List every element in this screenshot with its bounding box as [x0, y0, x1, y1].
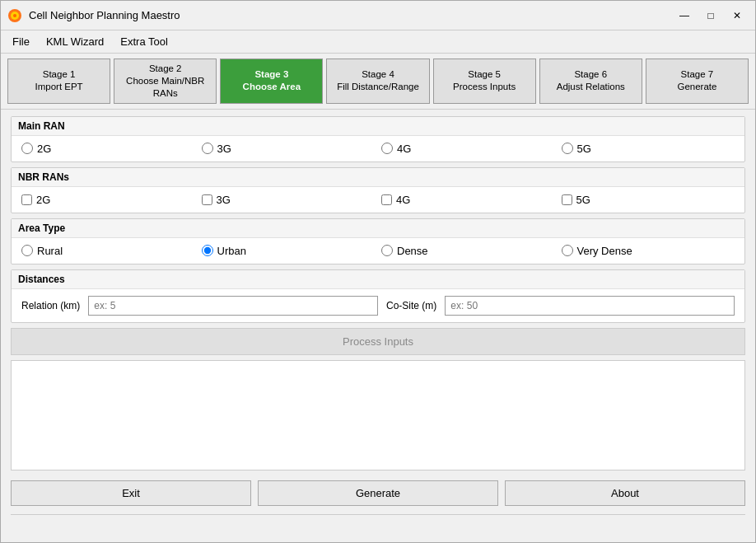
- exit-button[interactable]: Exit: [11, 480, 251, 506]
- relation-input[interactable]: [88, 296, 378, 316]
- nbr-ran-3g[interactable]: 3G: [202, 194, 376, 206]
- area-urban-radio[interactable]: [202, 245, 213, 256]
- area-rural-label: Rural: [37, 245, 63, 257]
- menu-extra-tool[interactable]: Extra Tool: [112, 33, 176, 50]
- main-ran-3g-label: 3G: [217, 143, 231, 155]
- nbr-rans-header: NBR RANs: [12, 168, 744, 187]
- app-icon: [7, 8, 22, 23]
- area-rural[interactable]: Rural: [21, 245, 195, 257]
- nbr-ran-2g-checkbox[interactable]: [21, 194, 32, 205]
- main-ran-4g[interactable]: 4G: [381, 143, 555, 155]
- process-inputs-button[interactable]: Process Inputs: [11, 328, 745, 355]
- area-urban[interactable]: Urban: [202, 245, 376, 257]
- main-ran-section: Main RAN 2G 3G 4G 5G: [11, 116, 745, 162]
- nbr-ran-3g-label: 3G: [217, 194, 231, 206]
- window-controls: — □ ✕: [673, 7, 749, 25]
- relation-label: Relation (km): [21, 300, 80, 311]
- area-rural-radio[interactable]: [21, 245, 33, 256]
- area-type-header: Area Type: [12, 219, 744, 238]
- about-button[interactable]: About: [505, 480, 745, 506]
- main-ran-header: Main RAN: [12, 117, 744, 136]
- main-ran-3g[interactable]: 3G: [202, 143, 376, 155]
- area-dense-radio[interactable]: [381, 245, 393, 256]
- menu-kml-wizard[interactable]: KML Wizard: [38, 33, 112, 50]
- svg-point-2: [13, 14, 16, 17]
- nbr-ran-2g-label: 2G: [36, 194, 50, 206]
- menu-file[interactable]: File: [4, 33, 38, 50]
- main-ran-5g[interactable]: 5G: [562, 143, 735, 155]
- nbr-ran-4g[interactable]: 4G: [381, 194, 555, 206]
- main-ran-2g-radio[interactable]: [21, 143, 33, 154]
- area-very-dense-radio[interactable]: [562, 245, 573, 256]
- main-ran-3g-radio[interactable]: [202, 143, 213, 154]
- bottom-buttons: Exit Generate About: [11, 475, 745, 509]
- output-area: [11, 360, 745, 470]
- area-very-dense[interactable]: Very Dense: [562, 245, 735, 257]
- cosite-input[interactable]: [445, 296, 735, 316]
- close-button[interactable]: ✕: [726, 7, 749, 25]
- area-type-body: Rural Urban Dense Very Dense: [12, 238, 744, 264]
- window-title: Cell Neighbor Planning Maestro: [29, 9, 673, 21]
- nbr-rans-section: NBR RANs 2G 3G 4G 5G: [11, 167, 745, 213]
- stages-bar: Stage 1 Import EPT Stage 2 Choose Main/N…: [1, 54, 755, 110]
- stage-4-button[interactable]: Stage 4 Fill Distance/Range: [326, 59, 429, 104]
- main-ran-5g-radio[interactable]: [562, 143, 573, 154]
- main-ran-4g-radio[interactable]: [381, 143, 393, 154]
- nbr-rans-body: 2G 3G 4G 5G: [12, 187, 744, 213]
- area-dense-label: Dense: [397, 245, 428, 257]
- stage-3-button[interactable]: Stage 3 Choose Area: [220, 59, 323, 104]
- main-ran-5g-label: 5G: [577, 143, 591, 155]
- stage-6-button[interactable]: Stage 6 Adjust Relations: [539, 59, 642, 104]
- main-window: Cell Neighbor Planning Maestro — □ ✕ Fil…: [0, 0, 756, 543]
- stage-2-button[interactable]: Stage 2 Choose Main/NBR RANs: [114, 59, 217, 104]
- main-content: Main RAN 2G 3G 4G 5G: [1, 110, 755, 542]
- nbr-ran-2g[interactable]: 2G: [21, 194, 195, 206]
- nbr-ran-5g[interactable]: 5G: [562, 194, 735, 206]
- nbr-ran-4g-checkbox[interactable]: [381, 194, 392, 205]
- generate-button[interactable]: Generate: [258, 480, 498, 506]
- main-ran-body: 2G 3G 4G 5G: [12, 136, 744, 161]
- stage-7-button[interactable]: Stage 7 Generate: [646, 59, 749, 104]
- nbr-ran-5g-label: 5G: [576, 194, 590, 206]
- title-bar: Cell Neighbor Planning Maestro — □ ✕: [1, 1, 755, 30]
- distances-body: Relation (km) Co-Site (m): [12, 289, 744, 322]
- distances-header: Distances: [12, 270, 744, 289]
- stage-5-button[interactable]: Stage 5 Process Inputs: [433, 59, 536, 104]
- stage-1-button[interactable]: Stage 1 Import EPT: [7, 59, 110, 104]
- maximize-button[interactable]: □: [699, 7, 722, 25]
- area-dense[interactable]: Dense: [381, 245, 555, 257]
- main-ran-2g-label: 2G: [37, 143, 51, 155]
- area-urban-label: Urban: [217, 245, 246, 257]
- main-ran-2g[interactable]: 2G: [21, 143, 195, 155]
- main-ran-4g-label: 4G: [397, 143, 411, 155]
- menu-bar: File KML Wizard Extra Tool: [1, 30, 755, 54]
- area-type-section: Area Type Rural Urban Dense Very Dense: [11, 218, 745, 264]
- nbr-ran-4g-label: 4G: [396, 194, 410, 206]
- area-very-dense-label: Very Dense: [577, 245, 632, 257]
- cosite-label: Co-Site (m): [386, 300, 436, 311]
- status-bar: [11, 514, 745, 536]
- minimize-button[interactable]: —: [673, 7, 696, 25]
- nbr-ran-5g-checkbox[interactable]: [562, 194, 572, 205]
- nbr-ran-3g-checkbox[interactable]: [202, 194, 212, 205]
- distances-section: Distances Relation (km) Co-Site (m): [11, 269, 745, 323]
